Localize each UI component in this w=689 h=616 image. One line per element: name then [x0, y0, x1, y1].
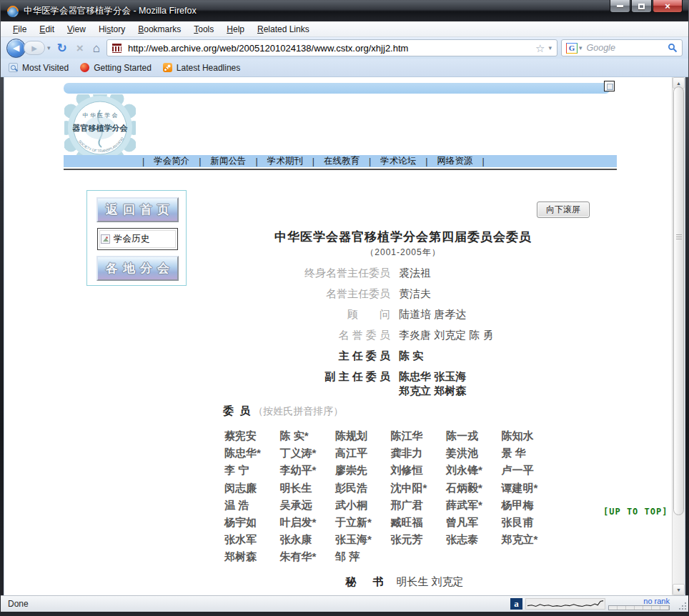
- forward-button[interactable]: ▶: [24, 41, 45, 55]
- url-bar[interactable]: ☆ ▾: [106, 39, 557, 56]
- secretary-label: 秘 书: [345, 575, 386, 587]
- bookmark-latest-headlines[interactable]: Latest Headlines: [163, 63, 240, 73]
- member-name: 陈忠华*: [224, 444, 280, 462]
- bookmark-most-visited[interactable]: Most Visited: [9, 63, 69, 73]
- officer-row: 终身名誉主任委员裘法祖: [217, 266, 596, 280]
- officer-label: 终身名誉主任委员: [217, 266, 390, 280]
- member-name: 于立新*: [335, 514, 391, 531]
- window-controls: ×: [610, 0, 683, 13]
- officer-label: 顾 问: [217, 307, 390, 322]
- site-nav-link[interactable]: 网络资源: [428, 155, 482, 167]
- firefox-icon: [5, 3, 21, 19]
- member-name: 蔡宪安: [224, 427, 280, 444]
- site-nav-link[interactable]: 新闻公告: [202, 155, 256, 167]
- secretary-names: 明长生 刘克定: [396, 575, 463, 587]
- menu-tools[interactable]: Tools: [187, 23, 220, 36]
- member-name: 杨宇如: [224, 514, 280, 531]
- member-name: 郑克立*: [502, 531, 557, 548]
- member-name: 卢一平: [502, 462, 557, 479]
- officer-label: 主 任 委 员: [217, 349, 390, 363]
- search-icon[interactable]: [668, 43, 678, 53]
- member-name: 李幼平*: [280, 462, 336, 479]
- alexa-icon: a: [510, 598, 522, 610]
- officer-names: 陆道培 唐孝达: [399, 307, 466, 322]
- search-input[interactable]: [585, 42, 665, 54]
- scroll-down-button[interactable]: 向下滚屏: [537, 202, 590, 218]
- reload-button[interactable]: ↻: [54, 42, 70, 54]
- page-content: 中 华 医 学 会 器官移植学分会 SOCIETY OF TRANSPLANTA…: [4, 77, 685, 595]
- scrollbar-thumb[interactable]: [673, 86, 684, 515]
- header-divider: [64, 169, 617, 170]
- member-name: 丁义涛*: [280, 444, 336, 462]
- member-name: 姜洪池: [446, 444, 502, 462]
- logo-top-text: 中 华 医 学 会: [83, 112, 118, 119]
- site-nav-link[interactable]: 学会简介: [144, 155, 199, 167]
- member-name: 薛武军*: [446, 497, 502, 514]
- menu-help[interactable]: Help: [220, 23, 251, 36]
- member-name: 李 宁: [224, 462, 280, 479]
- member-name: 高江平: [335, 444, 391, 462]
- bookmarks-toolbar: Most Visited Getting Started Latest Head…: [1, 59, 688, 77]
- stop-button[interactable]: ×: [74, 42, 86, 54]
- sidebar-branches-button[interactable]: 各地分会: [96, 256, 179, 281]
- bookmark-label: Most Visited: [22, 63, 69, 73]
- menu-file[interactable]: File: [6, 23, 33, 36]
- google-engine-icon[interactable]: G: [566, 43, 578, 54]
- status-bar: Done a no rank: [1, 595, 688, 612]
- officer-row: 主 任 委 员陈 实: [217, 349, 596, 363]
- search-box[interactable]: G ▾: [561, 39, 683, 56]
- member-name: 刘永锋*: [446, 462, 502, 479]
- site-nav-link[interactable]: 学术论坛: [371, 155, 425, 167]
- history-label: 学会历史: [114, 233, 149, 245]
- bookmark-label: Latest Headlines: [177, 63, 240, 73]
- officer-label: 副 主 任 委 员: [217, 369, 390, 398]
- member-name: 张永康: [280, 531, 336, 548]
- close-button[interactable]: ×: [653, 0, 683, 13]
- menu-related-links[interactable]: Related Links: [251, 23, 316, 36]
- member-name: 景 华: [502, 444, 557, 462]
- url-dropdown[interactable]: ▾: [548, 44, 552, 51]
- member-name: 石炳毅*: [446, 480, 502, 497]
- search-engine-dropdown[interactable]: ▾: [579, 44, 583, 51]
- maximize-button[interactable]: [631, 0, 652, 13]
- back-icon: ◀: [13, 43, 19, 53]
- most-visited-icon: [9, 63, 18, 72]
- bookmark-star-icon[interactable]: ☆: [535, 43, 545, 54]
- members-heading: 委 员（按姓氏拼音排序）: [223, 404, 343, 418]
- member-name: 温 浩: [224, 497, 280, 514]
- page-subtitle: （2001-2005年）: [189, 247, 618, 259]
- officer-names: 裘法祖: [399, 266, 431, 280]
- site-nav-link[interactable]: 在线教育: [314, 155, 369, 167]
- officer-label: 名誉主任委员: [217, 287, 390, 301]
- members-heading-note: （按姓氏拼音排序）: [253, 405, 343, 417]
- menu-history[interactable]: History: [92, 23, 132, 36]
- site-nav-link[interactable]: 学术期刊: [258, 155, 312, 167]
- member-name: 臧旺福: [391, 514, 447, 531]
- member-name: 曾凡军: [446, 514, 502, 531]
- home-button[interactable]: ⌂: [90, 42, 103, 54]
- minimize-button[interactable]: [610, 0, 630, 13]
- sidebar-home-button[interactable]: 返回首页: [96, 197, 179, 222]
- scrollbar-down-button[interactable]: ▼: [673, 584, 685, 595]
- menu-edit[interactable]: Edit: [33, 23, 61, 36]
- nav-separator: |: [482, 157, 485, 167]
- menu-view[interactable]: View: [61, 23, 92, 36]
- up-to-top-link[interactable]: [UP TO TOP]: [603, 507, 668, 517]
- broken-image-icon: [101, 234, 110, 244]
- officers-list: 终身名誉主任委员裘法祖名誉主任委员黄洁夫顾 问陆道培 唐孝达名 誉 委 员李炎唐…: [217, 266, 596, 404]
- officer-names: 李炎唐 刘克定 陈 勇: [399, 328, 494, 342]
- resize-grip[interactable]: [677, 600, 686, 610]
- sidebar-history-link[interactable]: 学会历史: [97, 228, 178, 250]
- back-button[interactable]: ◀: [6, 39, 26, 58]
- member-name: 邢广君: [391, 497, 447, 514]
- maximize-icon: [638, 4, 645, 9]
- member-name: 朱有华*: [280, 548, 336, 565]
- bookmark-getting-started[interactable]: Getting Started: [80, 63, 152, 73]
- officer-row: 名誉主任委员黄洁夫: [217, 287, 596, 301]
- url-input[interactable]: [127, 42, 530, 54]
- vertical-scrollbar[interactable]: ▲ ▼: [672, 77, 685, 595]
- history-dropdown[interactable]: ▾: [47, 44, 51, 51]
- forward-icon: ▶: [31, 44, 37, 52]
- getting-started-icon: [80, 63, 89, 72]
- menu-bookmarks[interactable]: Bookmarks: [132, 23, 187, 36]
